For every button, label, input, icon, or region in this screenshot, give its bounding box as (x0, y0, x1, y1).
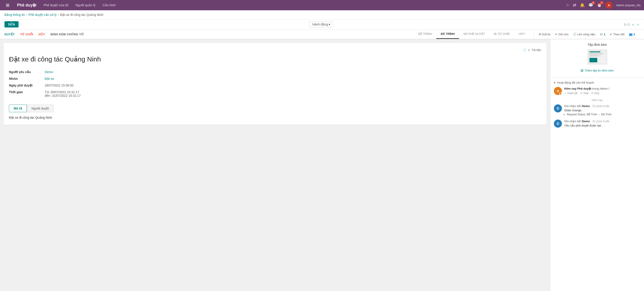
nav-my-approval[interactable]: Phê duyệt của tôi (42, 2, 70, 8)
approve-button[interactable]: DUYỆT (4, 30, 15, 39)
step-bi-tu-choi[interactable]: BỊ TỪ CHỐI (490, 29, 514, 39)
day-separator: Hôm nay (554, 99, 640, 102)
delete-activity-button[interactable]: ✕ Hủy (591, 92, 599, 95)
field-approval-date: Ngày phê duyệt 28/07/2022 15:06:50 (9, 84, 541, 87)
action-dropdown[interactable]: Hành động ▾ (310, 21, 334, 27)
send-message-button[interactable]: ✉ Gửi tin (539, 31, 550, 38)
message-item-1: D Ghi nhận bởi Demo · 32 phút trước Stat… (554, 104, 640, 116)
grid-menu-icon[interactable]: ⊞ (4, 1, 12, 9)
attachment-preview[interactable] (587, 49, 607, 65)
field-requester-value[interactable]: Demo (45, 70, 53, 74)
add-attachment-label: Thêm tệp tin đính kèm (585, 69, 614, 72)
clock-icon[interactable]: ⏰ 7 (597, 3, 602, 7)
activity-header-label: Hoạt động đã Lên Kế hoạch (557, 81, 594, 84)
message-avatar-1: D (554, 104, 562, 112)
times-icon: ✕ (591, 92, 593, 95)
info-icon: ℹ (608, 87, 610, 90)
message-text-1: State change. (564, 109, 640, 112)
field-group: Nhóm Đặt xe (9, 77, 541, 80)
note-button[interactable]: ✏ Ghi chú (555, 31, 568, 38)
attach-docs-button[interactable]: ĐÍNH KÈM CHỨNG TỪ (50, 30, 84, 39)
activity-meta-scheduled: Hôm nay Phê duyệt trong Admin ℹ (564, 87, 640, 90)
chevron-down-icon: ▾ (329, 22, 330, 26)
attachment-thumbnail (588, 50, 606, 64)
send-icon: ✉ (539, 33, 541, 36)
reject-button[interactable]: TỪ CHỐI (20, 30, 33, 39)
document-title: Đặt xe đi công tác Quảng Ninh (9, 55, 541, 63)
side-panel: Tệp đính kèm ⊞ Thêm tệp tin đính kèm ▾ H… (550, 39, 644, 291)
star-icon[interactable]: ☆ (566, 3, 569, 7)
breadcrumb-approval[interactable]: Phê duyệt cần xử lý (28, 13, 56, 16)
attachment-label: Tài liệu (532, 48, 541, 52)
breadcrumb-dashboard[interactable]: Bảng thông tin (4, 13, 25, 16)
followers-button[interactable]: 👥 2 (629, 31, 635, 38)
follow-button[interactable]: ✔ Theo dõi (610, 31, 624, 38)
edit-icon: ✏ (580, 92, 582, 95)
message-meta-1: Ghi nhận bởi Demo · 32 phút trước (564, 104, 640, 108)
top-navigation: ⊞ Phê duyệt Phê duyệt của tôi Người quản… (0, 0, 644, 10)
field-group-label: Nhóm (9, 77, 45, 80)
tab-approvers[interactable]: Người duyệt (27, 105, 54, 112)
exchange-icon[interactable]: ⇄ (573, 3, 576, 7)
field-group-value[interactable]: Đặt xe (45, 77, 54, 80)
tab-description[interactable]: Mô tả (9, 105, 27, 112)
chat-badge: 4 (592, 1, 595, 4)
step-da-phe-duyet[interactable]: ĐÃ PHÊ DUYỆT (459, 29, 489, 39)
activity-content-scheduled: Hôm nay Phê duyệt trong Admin ℹ ✓ Hoàn t… (564, 87, 640, 95)
chat-icon[interactable]: 💬 4 (588, 3, 593, 7)
attachment-count: 1 (528, 48, 530, 52)
add-attachment-button[interactable]: ⊞ Thêm tệp tin đính kèm (554, 67, 640, 73)
field-approval-date-label: Ngày phê duyệt (9, 84, 45, 87)
status-steps: ĐỂ TRÌNH ĐÃ TRÌNH ĐÃ PHÊ DUYỆT BỊ TỪ CHỐ… (414, 29, 530, 39)
right-actions: ✉ Gửi tin ✏ Ghi chú 🕐 Lên công việc 🏷 1 … (534, 31, 640, 38)
bell-icon[interactable]: 🔔 (580, 3, 585, 7)
schedule-button[interactable]: 🕐 Lên công việc (573, 31, 596, 38)
clock-schedule-icon: 🕐 (573, 33, 576, 36)
nav-manager[interactable]: Người quản lý (74, 2, 97, 8)
field-approval-date-value: 28/07/2022 15:06:50 (45, 84, 73, 87)
message-subtext-1: Request Status: Để Trình → Đã Trình (564, 113, 640, 116)
message-text-2: Yêu cầu phê duyệt được tạo (564, 124, 640, 127)
user-label[interactable]: Admin (erpviet_v6) (616, 3, 640, 7)
field-requester-label: Người yêu cầu (9, 70, 45, 74)
doc-icon: 📄 (523, 48, 526, 52)
content-area: 📄 1 Tài liệu Đặt xe đi công tác Quảng Ni… (0, 39, 550, 291)
message-time-1: 32 phút trước (592, 104, 610, 108)
tags-button[interactable]: 🏷 1 (600, 31, 605, 38)
edit-button[interactable]: SỬA (4, 21, 18, 27)
prev-button[interactable]: ‹ (632, 22, 634, 27)
complete-button[interactable]: ✓ Hoàn tất (564, 92, 578, 95)
doc-fields: Người yêu cầu Demo Nhóm Đặt xe Ngày phê … (9, 70, 541, 97)
breadcrumb-current: Đặt xe đi công tác Quảng Ninh (60, 13, 103, 16)
cancel-button[interactable]: HỦY (38, 30, 45, 39)
field-time-value: Từ: 29/07/2022 15:31:17đến: 31/07/2022 1… (45, 90, 81, 97)
step-da-trinh[interactable]: ĐÃ TRÌNH (436, 29, 459, 39)
step-huy[interactable]: HỦY (514, 29, 530, 39)
activity-header[interactable]: ▾ Hoạt động đã Lên Kế hoạch (554, 81, 640, 84)
field-requester: Người yêu cầu Demo (9, 70, 541, 74)
app-title: Phê duyệt (17, 3, 36, 7)
add-icon: ⊞ (580, 68, 584, 73)
avatar[interactable]: A (605, 1, 612, 9)
attachments-section: Tệp đính kèm ⊞ Thêm tệp tin đính kèm (550, 39, 644, 77)
top-nav-menu: Phê duyệt của tôi Người quản lý Cấu hình (42, 2, 118, 8)
step-de-trinh[interactable]: ĐỂ TRÌNH (414, 29, 436, 39)
chevron-down-small-icon: ▾ (554, 81, 556, 84)
next-button[interactable]: › (636, 22, 640, 27)
attachments-title: Tệp đính kèm (554, 43, 640, 46)
checkmark-icon: ✔ (610, 33, 612, 36)
top-nav-right: ☆ ⇄ 🔔 💬 4 ⏰ 7 A Admin (erpviet_v6) (566, 1, 640, 9)
message-meta-2: Ghi nhận bởi Demo · 32 phút trước (564, 120, 640, 123)
nav-config[interactable]: Cấu hình (101, 2, 118, 8)
edit-activity-button[interactable]: ✏ Sửa (580, 92, 588, 95)
breadcrumb-sep-2: / (58, 13, 59, 16)
activity-actions: ✓ Hoàn tất ✏ Sửa ✕ Hủy (564, 92, 640, 95)
breadcrumb: Bảng thông tin / Phê duyệt cần xử lý / Đ… (0, 10, 644, 19)
pagination: 1 / 1 ‹ › (624, 22, 640, 27)
message-content-1: Ghi nhận bởi Demo · 32 phút trước State … (564, 104, 640, 116)
field-time-label: Thời gian (9, 90, 45, 94)
message-author-1: Demo (582, 104, 590, 108)
message-content-2: Ghi nhận bởi Demo · 32 phút trước Yêu cầ… (564, 120, 640, 128)
status-actions: DUYỆT TỪ CHỐI HỦY ĐÍNH KÈM CHỨNG TỪ (4, 30, 84, 39)
message-avatar-2: D (554, 120, 562, 128)
